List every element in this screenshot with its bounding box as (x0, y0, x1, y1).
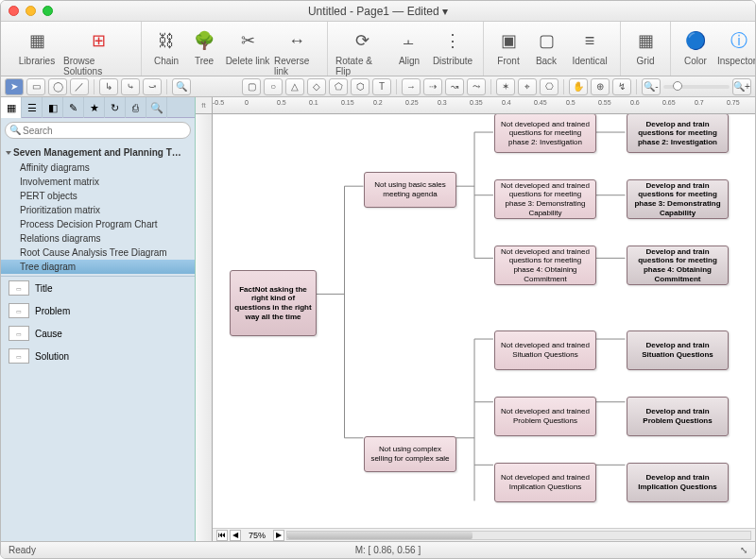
sidebar-item[interactable]: PERT objects (1, 189, 195, 203)
sidebar-item[interactable]: Affinity diagrams (1, 161, 195, 175)
status-resize-icon: ⤡ (740, 545, 747, 555)
browse-icon: ⊞ (85, 27, 112, 54)
browse-solutions-button[interactable]: ⊞ Browse Solutions (63, 27, 133, 76)
pointer-tool[interactable]: ➤ (5, 78, 24, 95)
sidebar-item[interactable]: Relations diagrams (1, 231, 195, 246)
diagram-node[interactable]: Develop and train Problem Questions (627, 397, 729, 436)
sidebar-item[interactable]: Tree diagram (1, 260, 195, 274)
color-button[interactable]: 🔵 Color (679, 27, 713, 66)
sidebar-item[interactable]: Involvement matrix (1, 175, 195, 189)
label: Align (399, 56, 420, 66)
diagram-node[interactable]: Develop and train questions for meeting … (627, 179, 729, 219)
sidebar-item[interactable]: Root Cause Analysis Tree Diagram (1, 246, 195, 260)
connector-tool-1[interactable]: ↳ (99, 78, 118, 95)
misc-tool-3[interactable]: ⎔ (540, 78, 558, 95)
canvas[interactable]: FactNot asking the right kind of questio… (213, 114, 755, 528)
ruler-vertical (196, 114, 213, 541)
identical-button[interactable]: ≡ Identical (567, 27, 612, 66)
sidebar-item[interactable]: Prioritization matrix (1, 203, 195, 217)
sidebar-section-header[interactable]: Seven Management and Planning T… (1, 144, 195, 161)
sidebar-tab-2[interactable]: ☰ (22, 97, 43, 118)
line-tool[interactable]: ／ (70, 78, 89, 95)
scroll-next-button[interactable]: ▶ (273, 530, 284, 541)
diagram-node[interactable]: Develop and train questions for meeting … (627, 114, 729, 153)
sidebar-tab-4[interactable]: ✎ (63, 97, 84, 118)
eyedrop-tool[interactable]: ↯ (612, 78, 631, 95)
arrow-tool-2[interactable]: ⇢ (423, 78, 442, 95)
sidebar-tab-5[interactable]: ★ (84, 97, 105, 118)
shape-tool-3[interactable]: △ (285, 78, 304, 95)
template-item[interactable]: ▭Solution (1, 345, 195, 367)
shape-tool-2[interactable]: ○ (264, 78, 283, 95)
inspectors-button[interactable]: ⓘ Inspectors (716, 27, 756, 66)
reverse-link-button[interactable]: ↔ Reverse link (274, 27, 319, 76)
diagram-root[interactable]: FactNot asking the right kind of questio… (230, 270, 317, 336)
label: Distribute (433, 56, 472, 66)
shape-tool-5[interactable]: ⬠ (329, 78, 348, 95)
hand-tool[interactable]: ✋ (569, 78, 588, 95)
scroll-track[interactable] (286, 531, 751, 540)
scroll-prev-button[interactable]: ◀ (230, 530, 241, 541)
sidebar-tab-7[interactable]: ⎙ (126, 97, 146, 118)
template-item[interactable]: ▭Problem (1, 299, 195, 322)
chain-button[interactable]: ⛓ Chain (149, 27, 183, 66)
sidebar-tab-6[interactable]: ↻ (105, 97, 126, 118)
shape-tool-1[interactable]: ▢ (242, 78, 261, 95)
sidebar-tab-search[interactable]: 🔍 (146, 97, 167, 118)
diagram-node[interactable]: Not developed and trained Situation Ques… (494, 330, 596, 370)
template-list: ▭Title▭Problem▭Cause▭Solution (1, 276, 195, 367)
libraries-button[interactable]: ▦ Libraries (14, 27, 60, 66)
misc-tool-1[interactable]: ✶ (496, 78, 515, 95)
connector-tool-2[interactable]: ⤷ (121, 78, 140, 95)
scroll-thumb[interactable] (287, 532, 472, 539)
diagram-node[interactable]: Not developed and trained questions for … (494, 179, 596, 219)
arrow-tool-3[interactable]: ↝ (445, 78, 464, 95)
zoom-in-button[interactable]: 🔍+ (732, 78, 751, 95)
zoom-value[interactable]: 75% (243, 531, 271, 540)
rect-tool[interactable]: ▭ (26, 78, 45, 95)
sidebar-tab-shapes[interactable]: ▦ (1, 97, 22, 118)
align-button[interactable]: ⫠ Align (392, 27, 426, 66)
template-thumb-icon: ▭ (9, 280, 29, 296)
label: Browse Solutions (63, 56, 133, 76)
diagram-mid-2[interactable]: Not using complex selling for complex sa… (364, 436, 456, 472)
text-tool[interactable]: T (372, 78, 391, 95)
stamp-tool[interactable]: ⊕ (591, 78, 610, 95)
diagram-mid-1[interactable]: Not using basic sales meeting agenda (364, 172, 456, 208)
inspectors-icon: ⓘ (726, 27, 752, 54)
delete-link-button[interactable]: ✂ Delete link (225, 27, 270, 66)
back-button[interactable]: ▢ Back (529, 27, 563, 66)
ellipse-tool[interactable]: ◯ (48, 78, 67, 95)
zoom-out-button[interactable]: 🔍- (642, 78, 661, 95)
template-item[interactable]: ▭Title (1, 277, 195, 299)
sub-toolbar: ➤ ▭ ◯ ／ ↳ ⤷ ⤻ 🔍 ▢ ○ △ ◇ ⬠ ⬡ T → ⇢ ↝ ⤳ ✶ … (1, 76, 755, 97)
sidebar-item[interactable]: Process Decision Program Chart (1, 217, 195, 231)
window-title: Untitled - Page1 — Edited ▾ (1, 5, 755, 18)
shape-tool-4[interactable]: ◇ (307, 78, 326, 95)
diagram-node[interactable]: Not developed and trained Implication Qu… (494, 463, 596, 502)
arrow-tool-4[interactable]: ⤳ (467, 78, 486, 95)
diagram-node[interactable]: Not developed and trained questions for … (494, 114, 596, 153)
search-tool[interactable]: 🔍 (172, 78, 191, 95)
titlebar: Untitled - Page1 — Edited ▾ (1, 1, 755, 22)
sidebar-tab-3[interactable]: ◧ (43, 97, 63, 118)
arrow-tool-1[interactable]: → (402, 78, 421, 95)
diagram-node[interactable]: Develop and train questions for meeting … (627, 246, 729, 285)
template-item[interactable]: ▭Cause (1, 322, 195, 345)
diagram-node[interactable]: Develop and train Situation Questions (627, 330, 729, 370)
grid-button[interactable]: ▦ Grid (628, 27, 662, 66)
shape-tool-6[interactable]: ⬡ (351, 78, 369, 95)
diagram-node[interactable]: Not developed and trained Problem Questi… (494, 397, 596, 436)
search-input[interactable] (5, 122, 191, 139)
connector-tool-3[interactable]: ⤻ (143, 78, 162, 95)
diagram-node[interactable]: Not developed and trained questions for … (494, 246, 596, 285)
scroll-first-button[interactable]: ⏮ (216, 530, 228, 541)
distribute-button[interactable]: ⋮ Distribute (430, 27, 475, 66)
zoom-slider[interactable] (663, 85, 730, 89)
tree-button[interactable]: 🌳 Tree (187, 27, 221, 66)
rotate-flip-button[interactable]: ⟳ Rotate & Flip (335, 27, 388, 76)
misc-tool-2[interactable]: ⌖ (518, 78, 537, 95)
front-button[interactable]: ▣ Front (491, 27, 525, 66)
diagram-node[interactable]: Develop and train Implication Questions (627, 463, 729, 502)
template-thumb-icon: ▭ (9, 303, 29, 318)
